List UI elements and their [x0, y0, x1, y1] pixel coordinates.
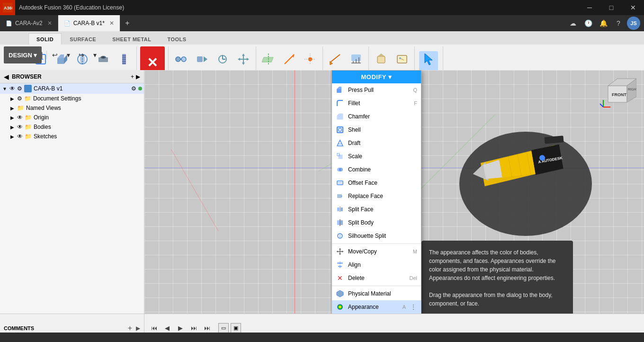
svg-marker-56 — [425, 54, 432, 65]
comments-expand-button[interactable]: ▶ — [136, 325, 140, 332]
maximize-button[interactable]: □ — [600, 0, 622, 15]
ribbon-tab-tools[interactable]: TOOLS — [159, 33, 194, 45]
sidebar-collapse-button[interactable]: ◀ — [4, 73, 9, 81]
redo-button[interactable]: ↪ — [75, 49, 88, 61]
user-avatar[interactable]: JS — [627, 17, 640, 30]
ribbon-tab-surface[interactable]: SURFACE — [62, 33, 104, 45]
eye-icon-bodies[interactable]: 👁 — [17, 124, 23, 130]
tree-toggle-named-views[interactable]: ▶ — [9, 106, 15, 111]
tree-toggle-root[interactable]: ▼ — [2, 86, 8, 91]
tab-close-icon[interactable]: ✕ — [47, 20, 52, 27]
svg-marker-24 — [204, 56, 207, 62]
ribbon-tab-solid[interactable]: SOLID — [28, 33, 62, 45]
menu-item-press-pull[interactable]: Press Pull Q — [332, 83, 421, 97]
tree-item-doc-settings[interactable]: ▶ ⚙ 📁 Document Settings — [0, 94, 144, 103]
tree-item-sketches[interactable]: ▶ 👁 📁 Sketches — [0, 132, 144, 141]
tab-add-button[interactable]: + — [120, 15, 134, 31]
canvas-viewport[interactable]: A AUTODESK FRONT RIGHT — [144, 70, 644, 314]
svg-point-13 — [102, 57, 105, 58]
menu-item-fillet[interactable]: Fillet F — [332, 97, 421, 110]
svg-marker-31 — [242, 63, 245, 65]
tree-toggle-doc[interactable]: ▶ — [9, 96, 15, 101]
tree-item-root[interactable]: ▼ 👁 ⚙ CARA-B v1 ⚙ — [0, 83, 144, 94]
physical-material-label: Physical Material — [348, 290, 413, 297]
menu-item-offset-face[interactable]: Offset Face — [332, 176, 421, 189]
eye-icon-sketches[interactable]: 👁 — [17, 133, 23, 140]
menu-item-silhouette-split[interactable]: Silhouette Split — [332, 229, 421, 243]
svg-rect-78 — [339, 155, 342, 159]
tree-item-bodies[interactable]: ▶ 👁 📁 Bodies — [0, 122, 144, 132]
menu-item-chamfer[interactable]: Chamfer — [332, 110, 421, 123]
tabs-right-actions: ☁ 🕐 🔔 ? JS — [566, 17, 644, 30]
history-icon[interactable]: 🕐 — [581, 17, 595, 30]
undo-button[interactable]: ↩ — [49, 49, 61, 61]
menu-item-delete[interactable]: ✕ Delete Del — [332, 271, 421, 285]
minimize-button[interactable]: ─ — [579, 0, 600, 15]
silhouette-split-icon — [336, 232, 344, 240]
tab-close-active-icon[interactable]: ✕ — [109, 20, 114, 27]
menu-item-physical-material[interactable]: Physical Material — [332, 287, 421, 300]
tab-label: CARA-Av2 — [15, 20, 43, 27]
menu-item-split-face[interactable]: Split Face — [332, 203, 421, 216]
menu-item-move-copy[interactable]: Move/Copy M — [332, 245, 421, 258]
sidebar-expand-icon[interactable]: ▶ — [136, 73, 140, 80]
tree-label-origin: Origin — [34, 114, 142, 121]
eye-icon-origin[interactable]: 👁 — [17, 114, 23, 121]
combine-icon — [336, 165, 344, 174]
undo-dropdown[interactable]: ▾ — [62, 49, 74, 61]
tree-item-named-views[interactable]: ▶ 📁 Named Views — [0, 103, 144, 113]
modify-dropdown-header[interactable]: MODIFY ▾ — [332, 71, 421, 83]
nav-play-button[interactable]: ▶ — [175, 323, 186, 334]
svg-point-92 — [339, 234, 341, 238]
tree-item-origin[interactable]: ▶ 👁 📁 Origin — [0, 113, 144, 122]
tree-toggle-origin[interactable]: ▶ — [9, 115, 15, 120]
comments-add-button[interactable]: + — [128, 324, 132, 333]
design-mode-button[interactable]: DESIGN ▾ — [4, 46, 42, 63]
svg-text:FRONT: FRONT — [612, 92, 626, 97]
view-mode-sketch[interactable]: ▭ — [218, 323, 229, 333]
redo-dropdown[interactable]: ▾ — [89, 49, 101, 61]
nav-prev-button[interactable]: ◀ — [161, 323, 173, 334]
menu-item-appearance[interactable]: Appearance A ⋮ — [332, 300, 421, 314]
menu-item-scale[interactable]: Scale — [332, 150, 421, 163]
menu-item-split-body[interactable]: Split Body — [332, 216, 421, 229]
draft-icon — [336, 139, 344, 147]
viewcube[interactable]: FRONT RIGHT — [599, 74, 636, 112]
tree-toggle-sketches[interactable]: ▶ — [9, 134, 15, 139]
menu-item-shell[interactable]: Shell — [332, 123, 421, 136]
svg-marker-30 — [242, 54, 245, 56]
cloud-icon[interactable]: ☁ — [566, 17, 580, 30]
svg-marker-96 — [339, 253, 341, 255]
menu-item-draft[interactable]: Draft — [332, 136, 421, 150]
sidebar-add-button[interactable]: + — [131, 73, 134, 80]
thread-icon — [117, 53, 131, 69]
svg-text:A360: A360 — [4, 6, 12, 10]
menu-item-replace-face[interactable]: Replace Face — [332, 189, 421, 203]
settings-icon-root[interactable]: ⚙ — [131, 85, 136, 92]
notification-icon[interactable]: 🔔 — [597, 17, 610, 30]
ribbon-tab-sheet-metal[interactable]: SHEET METAL — [104, 33, 159, 45]
combine-label: Combine — [348, 166, 413, 173]
close-button[interactable]: ✕ — [622, 0, 644, 15]
tab-cara-bv1[interactable]: 📄 CARA-B v1* ✕ — [58, 15, 120, 31]
delete-key: Del — [409, 275, 417, 281]
appearance-extra-icon[interactable]: ⋮ — [410, 303, 417, 311]
svg-rect-88 — [337, 220, 340, 225]
nav-step-button[interactable]: ⏭ — [188, 323, 199, 334]
gear-icon-root[interactable]: ⚙ — [17, 85, 22, 92]
point-icon — [304, 53, 317, 69]
menu-item-combine[interactable]: Combine — [332, 163, 421, 176]
model-svg: A AUTODESK — [431, 80, 597, 245]
tree-toggle-bodies[interactable]: ▶ — [9, 125, 15, 130]
eye-icon-root[interactable]: 👁 — [9, 85, 15, 92]
menu-item-align[interactable]: Align — [332, 258, 421, 271]
view-mode-3d[interactable]: ▣ — [231, 323, 241, 333]
sidebar-actions: + ▶ — [131, 73, 140, 80]
help-icon[interactable]: ? — [612, 17, 625, 30]
nav-last-button[interactable]: ⏭ — [201, 323, 213, 334]
svg-point-20 — [176, 57, 180, 62]
svg-rect-44 — [330, 61, 331, 65]
joint-icon — [174, 53, 188, 69]
tab-cara-av2[interactable]: 📄 CARA-Av2 ✕ — [0, 15, 58, 31]
nav-first-button[interactable]: ⏮ — [148, 323, 160, 334]
